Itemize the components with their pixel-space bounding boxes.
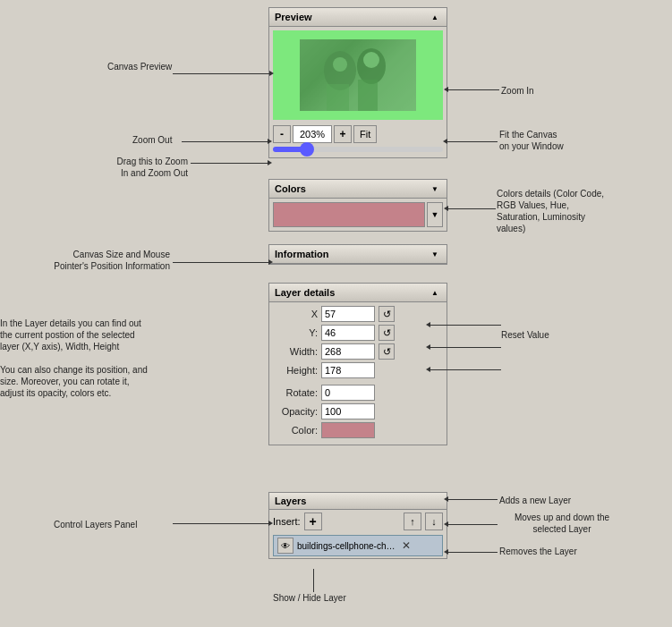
rotate-input[interactable] (321, 385, 375, 401)
color-field-row: Color: (273, 422, 443, 438)
layer-details-section: Layer details ▲ X ↺ Y: ↺ Width: ↺ Height… (268, 283, 447, 449)
preview-panel: Preview ▲ - 203% + Fit (268, 7, 447, 158)
information-section: Information ▼ (268, 244, 447, 268)
color-swatch-container: ▼ (269, 199, 447, 231)
annotation-zoom-in: Zoom In (501, 85, 534, 97)
width-field-row: Width: ↺ (273, 343, 443, 360)
color-field-input[interactable] (321, 422, 375, 438)
preview-section: Preview ▲ - 203% + Fit (268, 7, 447, 162)
color-dropdown-button[interactable]: ▼ (427, 202, 443, 227)
zoom-out-button[interactable]: - (273, 125, 291, 143)
fit-button[interactable]: Fit (353, 125, 377, 143)
opacity-label: Opacity: (273, 406, 318, 417)
preview-collapse-btn[interactable]: ▲ (429, 11, 441, 23)
annotation-canvas-info: Canvas Size and MousePointer's Position … (45, 249, 170, 272)
preview-image (300, 39, 416, 111)
rotate-field-row: Rotate: (273, 385, 443, 401)
canvas-preview (273, 30, 443, 120)
colors-title: Colors (275, 183, 306, 194)
annotation-canvas-preview: Canvas Preview (107, 61, 172, 72)
arrow-fit (447, 141, 498, 142)
arrow-reset-1 (430, 325, 501, 326)
layer-details-title: Layer details (275, 287, 335, 298)
arrow-control-layers (173, 523, 269, 524)
annotation-adds-layer: Adds a new Layer (499, 495, 571, 506)
rotate-label: Rotate: (273, 387, 318, 398)
arrow-show-hide-v (313, 569, 314, 592)
x-input[interactable] (321, 306, 375, 322)
move-down-button[interactable]: ↓ (425, 513, 443, 530)
information-header: Information ▼ (269, 245, 447, 264)
svg-point-5 (333, 57, 347, 72)
arrow-reset-2 (430, 347, 501, 348)
zoom-value-display: 203% (293, 125, 332, 143)
width-label: Width: (273, 346, 318, 357)
information-panel: Information ▼ (268, 244, 447, 265)
annotation-drag-zoom: Drag this to ZoomIn and Zoom Out (72, 156, 188, 179)
width-reset-button[interactable]: ↺ (379, 343, 395, 360)
zoom-slider-thumb[interactable] (300, 142, 314, 157)
zoom-controls: - 203% + Fit (269, 123, 447, 145)
y-field-row: Y: ↺ (273, 325, 443, 341)
annotation-layer-details: In the Layer details you can find outthe… (0, 318, 170, 399)
annotation-show-hide: Show / Hide Layer (273, 592, 346, 604)
opacity-input[interactable] (321, 403, 375, 419)
opacity-field-row: Opacity: (273, 403, 443, 419)
annotation-zoom-out: Zoom Out (132, 134, 172, 146)
annotation-reset-value: Reset Value (501, 329, 549, 341)
x-label: X (273, 309, 318, 319)
annotation-moves-layer: Moves up and down theselected Layer (499, 512, 625, 535)
y-label: Y: (273, 327, 318, 338)
layers-header: Layers (269, 493, 447, 510)
height-label: Height: (273, 365, 318, 376)
width-input[interactable] (321, 343, 375, 360)
color-label: Color: (273, 425, 318, 436)
svg-rect-4 (358, 80, 378, 111)
arrow-adds-layer (447, 499, 498, 500)
zoom-slider[interactable] (273, 147, 443, 152)
layer-details-collapse-btn[interactable]: ▲ (429, 286, 441, 299)
preview-title: Preview (275, 12, 312, 22)
colors-expand-btn[interactable]: ▼ (429, 182, 441, 195)
annotation-colors-details: Colors details (Color Code,RGB Values, H… (497, 188, 622, 234)
arrow-removes-layer (447, 552, 498, 553)
colors-section: Colors ▼ ▼ (268, 179, 447, 235)
remove-layer-button[interactable]: ✕ (399, 538, 413, 553)
insert-label: Insert: (273, 516, 301, 527)
move-up-button[interactable]: ↑ (404, 513, 421, 530)
height-input[interactable] (321, 362, 375, 378)
svg-rect-3 (327, 84, 349, 111)
y-reset-button[interactable]: ↺ (379, 325, 395, 341)
show-hide-layer-button[interactable]: 👁 (277, 538, 293, 554)
arrow-drag-zoom (191, 163, 268, 164)
x-reset-button[interactable]: ↺ (379, 306, 395, 322)
layer-item: 👁 buildings-cellphone-cheer ✕ (273, 535, 443, 556)
layer-name-label: buildings-cellphone-cheer (297, 541, 396, 551)
arrow-zoom-in (447, 89, 499, 90)
zoom-slider-container (269, 145, 447, 157)
information-title: Information (275, 249, 329, 259)
arrow-canvas-info (173, 262, 269, 263)
y-input[interactable] (321, 325, 375, 341)
layer-details-panel: Layer details ▲ X ↺ Y: ↺ Width: ↺ Height… (268, 283, 447, 445)
add-layer-button[interactable]: + (304, 513, 322, 530)
svg-point-6 (363, 52, 379, 68)
arrow-canvas-preview-head (242, 73, 270, 74)
layers-section: Layers Insert: + ↑ ↓ 👁 buildings-cellpho… (268, 492, 447, 563)
zoom-in-button[interactable]: + (334, 125, 352, 143)
color-swatch[interactable] (273, 202, 425, 227)
information-expand-btn[interactable]: ▼ (429, 248, 441, 260)
preview-header: Preview ▲ (269, 8, 447, 27)
arrow-moves-layer (447, 524, 498, 525)
annotation-control-layers: Control Layers Panel (54, 519, 137, 530)
layer-details-body: X ↺ Y: ↺ Width: ↺ Height: Rotate: (269, 302, 447, 445)
colors-header: Colors ▼ (269, 180, 447, 199)
layers-panel: Layers Insert: + ↑ ↓ 👁 buildings-cellpho… (268, 492, 447, 559)
layers-title: Layers (275, 496, 306, 506)
arrow-zoom-out (182, 141, 268, 142)
colors-panel: Colors ▼ ▼ (268, 179, 447, 232)
arrow-reset-3 (430, 369, 501, 370)
layers-toolbar: Insert: + ↑ ↓ (269, 510, 447, 533)
annotation-removes-layer: Removes the Layer (499, 546, 577, 557)
height-field-row: Height: (273, 362, 443, 378)
